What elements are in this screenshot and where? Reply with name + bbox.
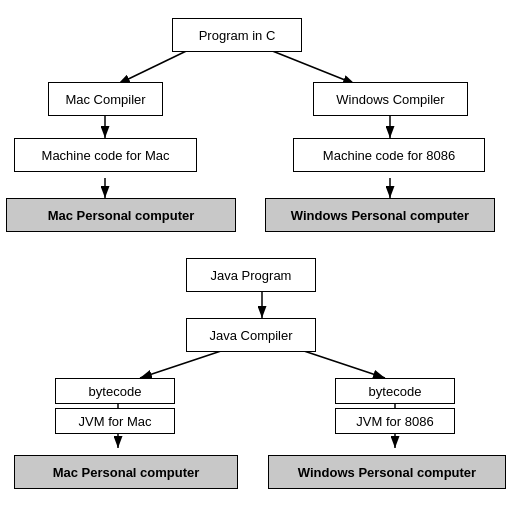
windows-compiler: Windows Compiler [313,82,468,116]
machine-code-8086: Machine code for 8086 [293,138,485,172]
mac-pc-1: Mac Personal computer [6,198,236,232]
machine-code-mac: Machine code for Mac [14,138,197,172]
windows-pc-2: Windows Personal computer [268,455,506,489]
program-in-c: Program in C [172,18,302,52]
java-program: Java Program [186,258,316,292]
right-bytecode: bytecode [335,378,455,404]
mac-compiler: Mac Compiler [48,82,163,116]
jvm-8086: JVM for 8086 [335,408,455,434]
svg-line-9 [140,348,230,378]
left-bytecode: bytecode [55,378,175,404]
mac-pc-2: Mac Personal computer [14,455,238,489]
jvm-mac: JVM for Mac [55,408,175,434]
svg-line-10 [295,348,385,378]
diagram-container: Program in C Mac Compiler Windows Compil… [0,0,523,506]
java-compiler: Java Compiler [186,318,316,352]
windows-pc-1: Windows Personal computer [265,198,495,232]
